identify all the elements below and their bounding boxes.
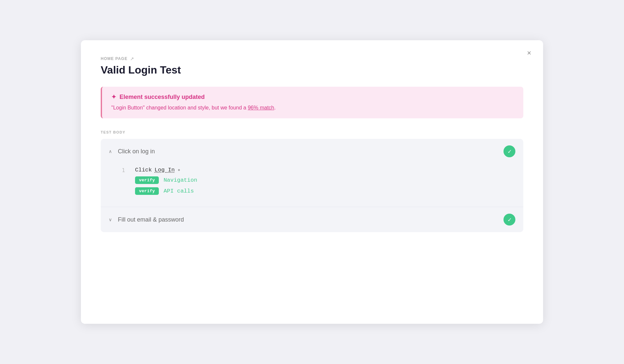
section-label: TEST BODY (101, 130, 523, 134)
page-title: Valid Login Test (101, 64, 523, 76)
breadcrumb-text: HOME PAGE (101, 56, 127, 61)
modal: × HOME PAGE ↗ Valid Login Test ✦ Element… (81, 40, 543, 324)
banner-title-text: Element successfully updated (120, 94, 205, 101)
check-icon-2: ✓ (507, 217, 512, 223)
chevron-down-icon: ∨ (109, 217, 114, 222)
step-1-content: 1 Click Log In ✦ verify Navigation verif (101, 164, 523, 207)
test-step-2: ∨ Fill out email & password ✓ (101, 207, 523, 232)
step-1-title: Click on log in (118, 148, 155, 155)
check-icon: ✓ (507, 148, 512, 155)
verify-label-api: API calls (163, 188, 194, 194)
chevron-up-icon: ∧ (109, 149, 114, 154)
step-1-check: ✓ (503, 145, 515, 157)
success-banner: ✦ Element successfully updated "Login Bu… (101, 87, 523, 118)
step-2-header[interactable]: ∨ Fill out email & password ✓ (101, 207, 523, 232)
test-body: ∧ Click on log in ✓ 1 Click Log In ✦ (101, 139, 523, 232)
verify-badge-navigation[interactable]: verify (135, 176, 159, 184)
step-2-title: Fill out email & password (118, 216, 184, 223)
step-2-check: ✓ (503, 214, 515, 226)
line-body-1: Click Log In ✦ verify Navigation verify … (135, 167, 197, 195)
verify-row-api: verify API calls (135, 187, 197, 195)
step-2-header-left: ∨ Fill out email & password (109, 216, 184, 223)
external-link-icon[interactable]: ↗ (130, 56, 134, 61)
step-1-header-left: ∧ Click on log in (109, 148, 155, 155)
test-step-1: ∧ Click on log in ✓ 1 Click Log In ✦ (101, 139, 523, 207)
line-number-1: 1 (122, 167, 128, 173)
banner-title: ✦ Element successfully updated (111, 93, 514, 101)
code-click: Click (135, 167, 152, 173)
banner-body-suffix: . (274, 105, 275, 110)
sparkle-icon: ✦ (111, 93, 116, 101)
close-button[interactable]: × (526, 48, 533, 58)
code-element: Log In (155, 167, 175, 173)
match-link[interactable]: 96% match (248, 105, 274, 110)
breadcrumb: HOME PAGE ↗ (101, 56, 523, 61)
code-line-1: Click Log In ✦ (135, 167, 197, 173)
close-icon: × (527, 49, 531, 57)
wand-icon[interactable]: ✦ (177, 167, 181, 173)
verify-row-navigation: verify Navigation (135, 176, 197, 184)
step-line-1: 1 Click Log In ✦ verify Navigation verif (122, 167, 515, 195)
verify-badge-api[interactable]: verify (135, 187, 159, 195)
verify-label-navigation: Navigation (163, 177, 197, 183)
banner-body: "Login Button" changed location and styl… (111, 104, 514, 112)
step-1-header[interactable]: ∧ Click on log in ✓ (101, 139, 523, 164)
banner-body-prefix: "Login Button" changed location and styl… (111, 105, 248, 110)
